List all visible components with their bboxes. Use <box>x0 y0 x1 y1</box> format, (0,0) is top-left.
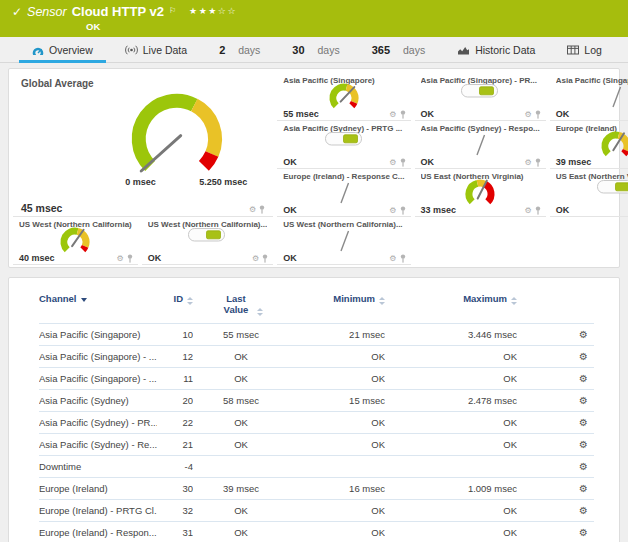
column-header-label[interactable]: Last Value <box>219 293 253 315</box>
tab-2-days[interactable]: 2 days <box>203 37 276 62</box>
table-row[interactable]: Asia Pacific (Sydney) - PR...22OKOKOK⚙ <box>39 411 594 433</box>
channel-tile[interactable]: Europe (Ireland) - Response C...OK⚙ <box>277 169 410 217</box>
channel-settings-icon[interactable]: ⚙ <box>579 329 588 340</box>
table-row[interactable]: Asia Pacific (Singapore) - ...12OKOKOK⚙ <box>39 345 594 367</box>
channel-tile[interactable]: US East (Northern Virginia) - ...OK⚙ <box>550 169 628 217</box>
table-row[interactable]: Downtime-4⚙ <box>39 455 594 477</box>
channel-settings-icon[interactable]: ⚙ <box>579 461 588 472</box>
tab-historic-data[interactable]: Historic Data <box>441 37 551 62</box>
star-filled-icon[interactable]: ★ <box>208 6 218 16</box>
channel-settings-icon[interactable]: ⚙ <box>579 505 588 516</box>
channel-name-link[interactable]: Asia Pacific (Sydney) - PR... <box>39 417 157 428</box>
pin-icon[interactable] <box>127 254 133 263</box>
column-header-label[interactable]: Channel <box>39 293 76 304</box>
sort-desc-icon[interactable] <box>81 298 87 302</box>
table-row[interactable]: Asia Pacific (Singapore)1055 msec21 msec… <box>39 323 594 345</box>
gear-icon[interactable]: ⚙ <box>249 206 256 214</box>
pin-icon[interactable] <box>400 254 406 263</box>
channel-tile[interactable]: US West (Northern California)...OK⚙ <box>277 217 410 265</box>
star-empty-icon[interactable]: ☆ <box>218 6 228 16</box>
channel-tile[interactable]: Asia Pacific (Sydney) - Respo...OK⚙ <box>415 121 546 169</box>
channel-name-link[interactable]: Downtime <box>39 461 81 472</box>
global-average-tile[interactable]: Global Average 0 msec 5.250 msec 45 msec… <box>13 73 273 217</box>
tab-overview[interactable]: Overview <box>16 37 109 62</box>
prtg-sensor-page: ✓ Sensor Cloud HTTP v2 ⚐ ★★★☆☆ OK Overvi… <box>0 0 628 542</box>
sort-icon[interactable] <box>187 297 193 305</box>
column-header-last-value[interactable]: Last Value <box>193 291 289 323</box>
table-row[interactable]: Europe (Ireland)3039 msec16 msec1.009 ms… <box>39 477 594 499</box>
channel-tile[interactable]: US East (Northern Virginia)33 msec⚙ <box>415 169 546 217</box>
channel-settings-icon[interactable]: ⚙ <box>579 395 588 406</box>
column-header-label[interactable]: Maximum <box>463 293 507 304</box>
channel-last-value: 55 msec <box>193 323 289 345</box>
pin-icon[interactable] <box>535 206 541 215</box>
channel-last-value: OK <box>193 411 289 433</box>
sort-icon[interactable] <box>379 297 385 305</box>
channel-settings-icon[interactable]: ⚙ <box>579 373 588 384</box>
pin-icon[interactable] <box>400 206 406 215</box>
star-filled-icon[interactable]: ★ <box>189 6 199 16</box>
tab-live-data[interactable]: Live Data <box>109 37 203 62</box>
channel-id: 31 <box>157 521 193 542</box>
channel-name-link[interactable]: Europe (Ireland) - Respon... <box>39 527 157 538</box>
channel-name-link[interactable]: Europe (Ireland) <box>39 483 108 494</box>
gear-icon[interactable]: ⚙ <box>117 255 124 263</box>
sort-icon[interactable] <box>511 297 517 305</box>
gear-icon[interactable]: ⚙ <box>389 159 396 167</box>
channel-settings-icon[interactable]: ⚙ <box>579 527 588 538</box>
pin-icon[interactable] <box>535 110 541 119</box>
column-header-minimum[interactable]: Minimum <box>289 291 385 323</box>
column-header-label[interactable]: Minimum <box>333 293 375 304</box>
gear-icon[interactable]: ⚙ <box>525 207 532 215</box>
pin-icon[interactable] <box>262 254 268 263</box>
channel-name-link[interactable]: Asia Pacific (Sydney) - Re... <box>39 439 157 450</box>
channel-settings-icon[interactable]: ⚙ <box>579 351 588 362</box>
column-header-label[interactable]: ID <box>174 293 184 304</box>
tab-log[interactable]: Log <box>551 37 618 62</box>
column-header-id[interactable]: ID <box>157 291 193 323</box>
tab-365-days[interactable]: 365 days <box>356 37 441 62</box>
channel-name-link[interactable]: Europe (Ireland) - PRTG Cl... <box>39 505 157 516</box>
gear-icon[interactable]: ⚙ <box>525 159 532 167</box>
channel-name-link[interactable]: Asia Pacific (Sydney) <box>39 395 129 406</box>
channel-name-link[interactable]: Asia Pacific (Singapore) - ... <box>39 351 157 362</box>
gear-icon[interactable]: ⚙ <box>389 111 396 119</box>
column-header-channel[interactable]: Channel <box>39 291 157 323</box>
pin-icon[interactable] <box>400 110 406 119</box>
table-row[interactable]: Europe (Ireland) - Respon...31OKOKOK⚙ <box>39 521 594 542</box>
channel-minimum: OK <box>289 521 385 542</box>
pin-icon[interactable] <box>400 158 406 167</box>
channel-tile[interactable]: US West (Northern California)40 msec⚙ <box>13 217 138 265</box>
gear-icon[interactable]: ⚙ <box>525 111 532 119</box>
priority-stars[interactable]: ★★★☆☆ <box>189 4 237 18</box>
tab-30-days[interactable]: 30 days <box>276 37 355 62</box>
channel-tile[interactable]: Asia Pacific (Singapore)55 msec⚙ <box>277 73 410 121</box>
table-row[interactable]: Europe (Ireland) - PRTG Cl...32OKOKOK⚙ <box>39 499 594 521</box>
channel-name-link[interactable]: Asia Pacific (Singapore) <box>39 329 140 340</box>
channel-tile[interactable]: Europe (Ireland)39 msec⚙ <box>550 121 628 169</box>
star-filled-icon[interactable]: ★ <box>199 6 209 16</box>
gear-icon[interactable]: ⚙ <box>389 255 396 263</box>
gear-icon[interactable]: ⚙ <box>252 255 259 263</box>
pin-icon[interactable] <box>259 205 265 214</box>
pin-icon[interactable] <box>535 158 541 167</box>
channel-tile[interactable]: Asia Pacific (Singapore) - PR...OK⚙ <box>415 73 546 121</box>
sort-icon[interactable] <box>257 308 263 316</box>
live-data-icon <box>125 45 138 55</box>
table-row[interactable]: Asia Pacific (Sydney) - Re...21OKOKOK⚙ <box>39 433 594 455</box>
gear-icon[interactable]: ⚙ <box>389 207 396 215</box>
channel-tile[interactable]: Asia Pacific (Singapore) - Res...OK⚙ <box>550 73 628 121</box>
tab-settings[interactable]: ⚙Settings <box>618 37 628 62</box>
star-empty-icon[interactable]: ☆ <box>227 6 237 16</box>
channel-settings-icon[interactable]: ⚙ <box>579 439 588 450</box>
column-header-maximum[interactable]: Maximum <box>385 291 517 323</box>
channel-settings-icon[interactable]: ⚙ <box>579 483 588 494</box>
channel-tile[interactable]: Asia Pacific (Sydney) - PRTG ...OK⚙ <box>277 121 410 169</box>
channel-tile[interactable]: US West (Northern California)...OK⚙ <box>142 217 273 265</box>
channel-id: 30 <box>157 477 193 499</box>
priority-flag-icon[interactable]: ⚐ <box>169 4 176 18</box>
table-row[interactable]: Asia Pacific (Singapore) - ...11OKOKOK⚙ <box>39 367 594 389</box>
channel-settings-icon[interactable]: ⚙ <box>579 417 588 428</box>
table-row[interactable]: Asia Pacific (Sydney)2058 msec15 msec2.4… <box>39 389 594 411</box>
channel-name-link[interactable]: Asia Pacific (Singapore) - ... <box>39 373 157 384</box>
